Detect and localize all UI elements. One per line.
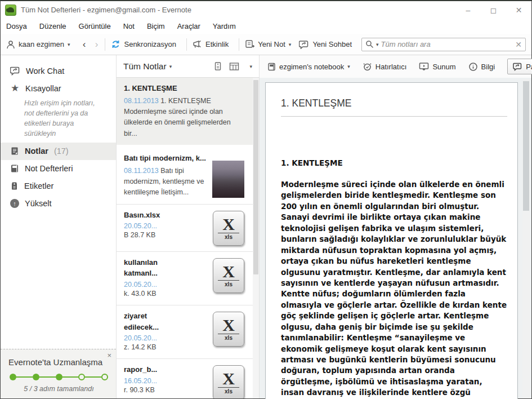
account-menu[interactable]: kaan ezgimen ▾ bbox=[6, 40, 70, 49]
progress-dot-done bbox=[10, 374, 16, 380]
maximize-button[interactable]: ◻ bbox=[481, 1, 506, 19]
chat-bubble-icon bbox=[299, 39, 309, 49]
note-list-scrollbar[interactable] bbox=[253, 78, 259, 398]
note-row[interactable]: Basın.xlsx 20.05.20... B 28.7 KB X xls bbox=[117, 205, 259, 252]
new-chat-button[interactable]: Yeni Sohbet bbox=[299, 39, 352, 49]
alarm-clock-icon bbox=[363, 62, 372, 72]
sidebar-item-notes[interactable]: Notlar (17) bbox=[1, 143, 116, 160]
note-body-text[interactable]: Modernleşme süreci içinde olan ülkelerde… bbox=[281, 179, 507, 399]
notes-count: (17) bbox=[54, 147, 69, 156]
sidebar-item-notebooks[interactable]: Not Defterleri bbox=[1, 160, 116, 178]
chevron-down-icon[interactable]: ▾ bbox=[249, 64, 252, 69]
activity-label: Etkinlik bbox=[205, 40, 229, 48]
mastery-progress-label: 5 / 3 adım tamamlandı bbox=[8, 385, 109, 393]
note-title: ziyaret edilecek... bbox=[124, 311, 173, 333]
note-title: rapor_b... bbox=[124, 364, 208, 375]
note-row[interactable]: kullanılan katmanl... 20.05.20... k. 43.… bbox=[117, 252, 259, 305]
window-title: Tüm Not Defterleri - ezgimen@gmail.com -… bbox=[21, 6, 191, 14]
upgrade-label: Yükselt bbox=[25, 199, 52, 208]
search-scope-caret-icon[interactable]: ▾ bbox=[376, 42, 379, 47]
scrollbar-thumb[interactable] bbox=[253, 80, 258, 274]
note-thumbnail-cityscape bbox=[212, 161, 244, 198]
editor-scrollbar[interactable] bbox=[522, 79, 530, 398]
tag-filter-icon[interactable] bbox=[213, 61, 222, 71]
note-meta: k. 43.0 KB bbox=[124, 289, 208, 299]
menu-yardim[interactable]: Yardım bbox=[213, 22, 236, 30]
search-input[interactable] bbox=[381, 40, 513, 48]
menubar: Dosya Düzenle Görüntüle Not Biçim Araçla… bbox=[1, 19, 531, 34]
share-button[interactable]: Paylaş bbox=[508, 62, 532, 71]
chevron-down-icon: ▾ bbox=[68, 42, 70, 47]
menu-dosya[interactable]: Dosya bbox=[6, 22, 27, 30]
toolbar: kaan ezgimen ▾ ‹ › Senkronizasyon Etkinl… bbox=[1, 34, 531, 55]
share-split-button[interactable]: Paylaş ▾ bbox=[507, 59, 532, 74]
toolbar-separator bbox=[239, 38, 239, 51]
present-button[interactable]: Sunum bbox=[419, 62, 455, 71]
note-row[interactable]: Batı tipi modernizm, k... 08.11.2013 Bat… bbox=[117, 148, 259, 205]
note-title: kullanılan katmanl... bbox=[124, 257, 173, 279]
tags-label: Etiketler bbox=[24, 181, 53, 190]
note-title-field[interactable]: 1. KENTLEŞME bbox=[281, 97, 507, 117]
notebook-name: ezgimen's notebook bbox=[279, 63, 344, 71]
menu-araclar[interactable]: Araçlar bbox=[177, 22, 200, 30]
menu-bicim[interactable]: Biçim bbox=[147, 22, 165, 30]
note-date: 20.05.20... bbox=[124, 334, 208, 342]
chevron-down-icon: ▾ bbox=[347, 64, 350, 69]
note-list-title[interactable]: Tüm Notlar bbox=[123, 61, 167, 72]
sync-button[interactable]: Senkronizasyon bbox=[111, 39, 176, 49]
new-note-button[interactable]: Yeni Not ▾ bbox=[245, 39, 291, 49]
sync-label: Senkronizasyon bbox=[124, 40, 176, 48]
note-row-selected[interactable]: 1. KENTLEŞME 08.11.2013 1. KENTLEŞME Mod… bbox=[117, 78, 259, 145]
note-title: Basın.xlsx bbox=[124, 210, 208, 221]
note-meta: r. 90.3 KB bbox=[124, 385, 208, 396]
chevron-down-icon[interactable]: ▾ bbox=[169, 64, 172, 69]
sidebar-item-upgrade[interactable]: ↑ Yükselt bbox=[1, 195, 116, 212]
back-button[interactable]: ‹ bbox=[78, 39, 90, 50]
close-button[interactable]: ✕ bbox=[506, 1, 531, 19]
note-page[interactable]: 1. KENTLEŞME 1. KENTLEŞME Modernleşme sü… bbox=[265, 82, 518, 399]
new-note-icon bbox=[245, 39, 254, 49]
evernote-logo-icon bbox=[5, 5, 16, 16]
new-note-label: Yeni Not bbox=[258, 40, 285, 48]
forward-button: › bbox=[90, 39, 102, 50]
note-date: 20.05.20... bbox=[124, 281, 208, 289]
note-icon bbox=[10, 147, 19, 156]
note-date: 16.05.20... bbox=[124, 377, 208, 385]
reminder-button[interactable]: Hatırlatıcı bbox=[363, 62, 407, 72]
search-box[interactable]: ▾ ✕ bbox=[361, 38, 526, 51]
info-button[interactable]: Bilgi bbox=[468, 62, 495, 72]
note-date: 08.11.2013 bbox=[124, 97, 159, 105]
note-row[interactable]: rapor_b... 16.05.20... r. 90.3 KB X xls bbox=[117, 359, 259, 398]
menu-duzenle[interactable]: Düzenle bbox=[39, 22, 66, 30]
chevron-down-icon: ▾ bbox=[289, 42, 292, 47]
note-title: 1. KENTLEŞME bbox=[124, 83, 244, 94]
work-chat-label: Work Chat bbox=[26, 66, 64, 76]
sidebar-item-tags[interactable]: Etiketler bbox=[1, 178, 116, 195]
user-icon bbox=[6, 40, 15, 49]
view-options-icon[interactable] bbox=[229, 62, 240, 71]
mastery-title: Evernote'ta Uzmanlaşma bbox=[8, 357, 109, 367]
notebook-icon bbox=[10, 164, 19, 173]
note-row[interactable]: ziyaret edilecek... 20.05.20... z. 14.2 … bbox=[117, 305, 259, 359]
menu-goruntule[interactable]: Görüntüle bbox=[79, 22, 111, 30]
info-label: Bilgi bbox=[481, 63, 495, 71]
scrollbar-thumb[interactable] bbox=[523, 81, 529, 211]
sidebar-item-work-chat[interactable]: Work Chat bbox=[1, 62, 116, 79]
note-meta: B 28.7 KB bbox=[124, 230, 208, 241]
sidebar-item-shortcuts[interactable]: ★ Kısayollar bbox=[1, 79, 116, 97]
notebook-selector[interactable]: ezgimen's notebook ▾ bbox=[267, 63, 350, 71]
note-body-heading[interactable]: 1. KENTLEŞME bbox=[281, 158, 507, 167]
activity-button[interactable]: Etkinlik bbox=[193, 39, 229, 49]
notes-label: Notlar bbox=[25, 147, 48, 156]
info-icon bbox=[468, 62, 478, 72]
xls-file-icon: X xls bbox=[213, 258, 244, 293]
minimize-button[interactable]: – bbox=[455, 1, 481, 19]
mastery-close-icon[interactable]: × bbox=[107, 351, 111, 360]
menu-not[interactable]: Not bbox=[123, 22, 135, 30]
reminder-label: Hatırlatıcı bbox=[375, 63, 407, 71]
new-chat-label: Yeni Sohbet bbox=[312, 40, 352, 48]
xls-file-icon: X xls bbox=[213, 211, 244, 246]
sync-icon bbox=[111, 39, 120, 49]
note-date: 08.11.2013 bbox=[124, 167, 159, 175]
search-clear-icon[interactable]: ✕ bbox=[515, 40, 522, 49]
